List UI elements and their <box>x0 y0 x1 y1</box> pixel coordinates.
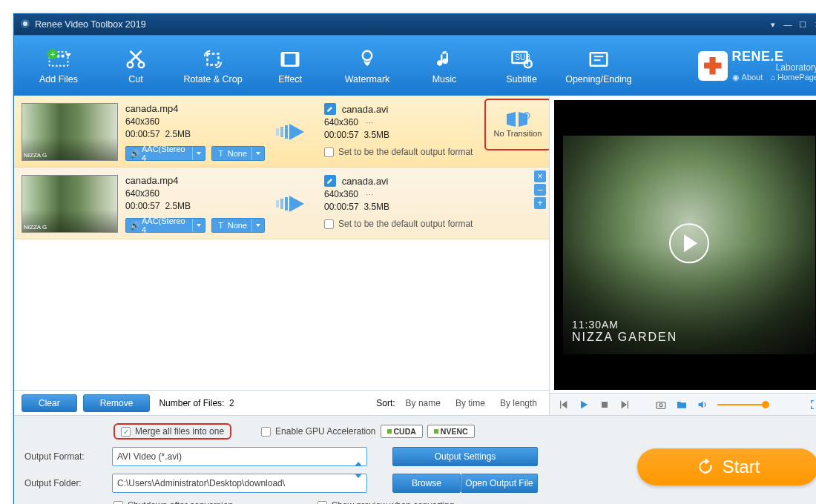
close-button[interactable]: ✕ <box>812 19 816 30</box>
svg-rect-30 <box>657 402 665 408</box>
rotate-crop-button[interactable]: Rotate & Crop <box>174 36 251 96</box>
cut-button[interactable]: Cut <box>97 36 174 96</box>
output-folder-label: Output Folder: <box>24 478 106 488</box>
add-files-button[interactable]: + Add Files <box>20 36 97 96</box>
edit-icon[interactable] <box>324 103 336 115</box>
file-thumbnail: NIZZA G <box>22 103 118 161</box>
transition-button[interactable]: No Transition <box>484 99 550 150</box>
minimize-button[interactable]: — <box>783 19 793 30</box>
preview-time-text: 11:30AM <box>572 319 806 331</box>
svg-point-12 <box>363 50 372 60</box>
arrow-icon <box>272 175 317 233</box>
subtitle-select[interactable]: TNone <box>211 218 265 233</box>
clear-button[interactable]: Clear <box>22 394 77 412</box>
sort-label: Sort: <box>376 398 395 408</box>
nvenc-badge[interactable]: NVENC <box>427 425 475 438</box>
homepage-link[interactable]: ⌂ HomePage <box>770 73 816 82</box>
arrow-icon <box>272 103 317 161</box>
svg-rect-21 <box>280 127 283 137</box>
opening-ending-button[interactable]: Opening/Ending <box>560 36 637 96</box>
preview-controls <box>550 393 816 415</box>
default-format-label: Set to be the default output format <box>338 147 473 157</box>
list-footer-bar: Clear Remove Number of Files: 2 Sort: By… <box>14 390 549 415</box>
watermark-button[interactable]: Watermark <box>329 36 406 96</box>
file-row[interactable]: NIZZA G canada.mp4 640x360 00:00:57 2.5M… <box>14 96 549 168</box>
about-link[interactable]: ◉ About <box>732 73 763 82</box>
sort-by-length[interactable]: By length <box>496 398 542 408</box>
refresh-icon <box>696 457 715 477</box>
subtitle-button[interactable]: SUBT Subtitle <box>483 36 560 96</box>
play-icon[interactable] <box>578 399 590 411</box>
browse-button[interactable]: Browse <box>392 474 461 493</box>
preview-pane[interactable]: 11:30AM NIZZA GARDEN <box>554 100 816 390</box>
svg-rect-26 <box>276 200 279 208</box>
stop-icon[interactable] <box>599 399 611 411</box>
svg-text:T: T <box>526 60 530 67</box>
src-resolution: 640x360 <box>125 188 265 199</box>
brand-sub: Laboratory <box>732 63 816 72</box>
audio-select[interactable]: 🔊AAC(Stereo 4 <box>125 146 205 161</box>
open-output-button[interactable]: Open Output File <box>461 474 538 493</box>
audio-select[interactable]: 🔊AAC(Stereo 4 <box>125 218 205 233</box>
music-button[interactable]: Music <box>406 36 483 96</box>
main-toolbar: + Add Files Cut Rotate & Crop Effect Wat… <box>14 35 816 96</box>
merge-label: Merge all files into one <box>135 426 224 437</box>
preview-column: 11:30AM NIZZA GARDEN <box>550 96 816 415</box>
svg-rect-5 <box>62 54 65 57</box>
dst-filename: canada.avi <box>324 175 542 187</box>
edit-icon[interactable] <box>324 175 336 187</box>
output-format-select[interactable]: AVI Video (*.avi) <box>112 447 367 466</box>
remove-button[interactable]: Remove <box>83 394 151 412</box>
sort-by-time[interactable]: By time <box>451 398 490 408</box>
volume-slider[interactable] <box>717 404 800 405</box>
src-duration-size: 00:00:57 2.5MB <box>125 201 265 211</box>
window-title: Renee Video Toolbox 2019 <box>35 19 146 30</box>
menu-caret-icon[interactable]: ▾ <box>768 19 778 30</box>
default-format-label: Set to be the default output format <box>338 219 473 229</box>
app-window: Renee Video Toolbox 2019 ▾ — ☐ ✕ + Add F… <box>13 13 816 504</box>
sort-by-name[interactable]: By name <box>401 398 445 408</box>
title-bar: Renee Video Toolbox 2019 ▾ — ☐ ✕ <box>14 14 816 35</box>
row-close-icon[interactable]: × <box>534 170 546 182</box>
output-folder-select[interactable]: C:\Users\Administrator\Desktop\download\ <box>112 474 367 493</box>
src-filename: canada.mp4 <box>125 103 265 114</box>
maximize-button[interactable]: ☐ <box>797 19 808 30</box>
src-resolution: 640x360 <box>125 116 265 127</box>
start-button[interactable]: Start <box>637 448 816 485</box>
row-minus-icon[interactable]: – <box>534 184 546 196</box>
dst-duration-size: 00:00:57 3.5MB <box>324 202 542 212</box>
next-track-icon[interactable] <box>619 399 631 411</box>
app-icon <box>20 19 30 31</box>
subtitle-select[interactable]: TNone <box>211 146 265 161</box>
shutdown-checkbox[interactable] <box>113 501 123 505</box>
file-thumbnail: NIZZA G <box>22 175 118 233</box>
svg-point-7 <box>139 62 145 67</box>
bottom-panel: Merge all files into one Enable GPU Acce… <box>14 415 816 504</box>
snapshot-icon[interactable] <box>655 399 667 411</box>
gpu-checkbox[interactable] <box>261 427 271 437</box>
prev-track-icon[interactable] <box>557 399 569 411</box>
output-format-label: Output Format: <box>24 451 106 462</box>
brand-name: RENE.E <box>732 50 816 63</box>
merge-option[interactable]: Merge all files into one <box>113 423 231 440</box>
row-plus-icon[interactable]: + <box>534 197 546 209</box>
svg-rect-29 <box>602 402 608 408</box>
show-preview-label: Show preview when converting <box>332 500 454 504</box>
fullscreen-icon[interactable] <box>809 399 816 411</box>
file-row[interactable]: NIZZA G canada.mp4 640x360 00:00:57 2.5M… <box>14 168 549 239</box>
merge-checkbox[interactable] <box>121 427 131 437</box>
brand-block: RENE.E Laboratory ◉ About ⌂ HomePage <box>698 50 816 82</box>
svg-rect-28 <box>285 197 288 210</box>
output-settings-button[interactable]: Output Settings <box>392 447 538 466</box>
show-preview-checkbox[interactable] <box>317 501 327 505</box>
open-folder-icon[interactable] <box>676 399 688 411</box>
effect-button[interactable]: Effect <box>251 36 329 96</box>
file-list-column: NIZZA G canada.mp4 640x360 00:00:57 2.5M… <box>14 96 550 415</box>
preview-play-icon[interactable] <box>669 223 709 263</box>
volume-icon[interactable] <box>697 399 708 411</box>
file-count-label: Number of Files: 2 <box>159 398 234 408</box>
default-format-checkbox[interactable] <box>324 219 334 229</box>
default-format-checkbox[interactable] <box>324 147 334 157</box>
svg-rect-22 <box>285 125 288 139</box>
cuda-badge[interactable]: CUDA <box>381 425 423 438</box>
